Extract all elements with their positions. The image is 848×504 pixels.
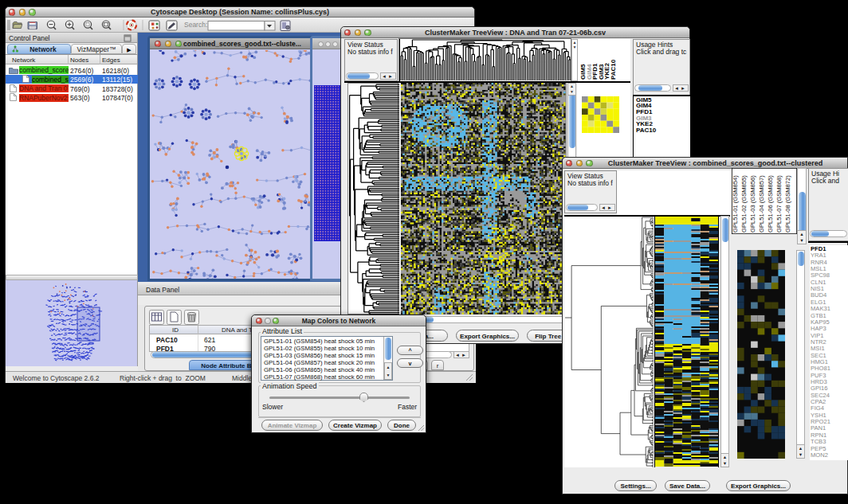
svg-text:GPL51-04 (GSM857): GPL51-04 (GSM857) [758, 175, 765, 232]
svg-text:GPL51-08 (GSM872): GPL51-08 (GSM872) [784, 175, 791, 232]
svg-text:GPL51-06 (GSM865): GPL51-06 (GSM865) [767, 175, 774, 232]
svg-text:GPL51-01 (GSM854): GPL51-01 (GSM854) [732, 175, 739, 232]
svg-text:GPL51-02 (GSM855): GPL51-02 (GSM855) [740, 175, 748, 232]
svg-text:GPL51-07 (GSM868): GPL51-07 (GSM868) [775, 175, 783, 232]
svg-text:PAC10: PAC10 [610, 59, 617, 80]
svg-text:Search:: Search: [184, 21, 207, 29]
svg-text:GPL51-03 (GSM856): GPL51-03 (GSM856) [749, 175, 756, 232]
